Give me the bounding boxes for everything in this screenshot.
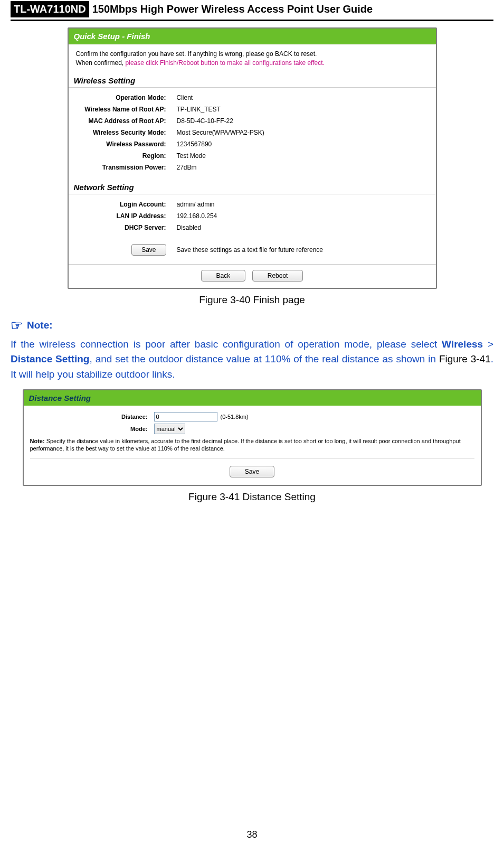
distance-save-row: Save <box>30 458 474 483</box>
confirm-highlight: please click Finish/Reboot button to mak… <box>126 59 325 67</box>
note-body: If the wireless connection is poor after… <box>11 337 493 382</box>
page-number: 38 <box>0 829 504 840</box>
pointing-hand-icon: ☞ <box>11 317 23 334</box>
mode-select[interactable]: manual <box>154 424 185 434</box>
note-label: Note: <box>27 320 53 331</box>
row-operation-mode: Operation Mode:Client <box>69 92 436 104</box>
row-security-mode: Wireless Security Mode:Most Secure(WPA/W… <box>69 127 436 138</box>
section-network-setting: Network Setting <box>69 180 436 194</box>
figure-caption-40: Figure 3-40 Finish page <box>11 294 493 306</box>
confirm-text-line2: When confirmed, please click Finish/Rebo… <box>76 59 429 68</box>
section-wireless-setting: Wireless Setting <box>69 73 436 88</box>
row-login-account: Login Account:admin/ admin <box>69 199 436 210</box>
figure-ref: Figure 3-41 <box>439 353 491 364</box>
panel-title-distance: Distance Setting <box>24 390 481 406</box>
distance-save-button[interactable]: Save <box>230 466 274 477</box>
reboot-button[interactable]: Reboot <box>252 270 303 282</box>
row-wireless-password: Wireless Password:1234567890 <box>69 138 436 150</box>
save-row: Save Save these settings as a text file … <box>69 240 436 264</box>
network-settings-table: Login Account:admin/ admin LAN IP Addres… <box>69 199 436 233</box>
back-button[interactable]: Back <box>201 270 246 282</box>
figure-distance-setting: Distance Setting Distance: (0-51.8km) Mo… <box>23 389 482 486</box>
row-mode: Mode: manual <box>30 423 474 435</box>
note-heading: ☞ Note: <box>11 317 493 334</box>
distance-content: Distance: (0-51.8km) Mode: manual Note: … <box>24 406 481 485</box>
row-region: Region:Test Mode <box>69 150 436 162</box>
save-hint: Save these settings as a text file for f… <box>177 246 323 254</box>
confirm-block: Confirm the configuration you have set. … <box>69 44 436 73</box>
row-tx-power: Transmission Power:27dBm <box>69 162 436 173</box>
row-lan-ip: LAN IP Address:192.168.0.254 <box>69 210 436 222</box>
row-wireless-name: Wireless Name of Root AP:TP-LINK_TEST <box>69 104 436 115</box>
wireless-settings-table: Operation Mode:Client Wireless Name of R… <box>69 92 436 173</box>
button-row: Back Reboot <box>69 264 436 288</box>
confirm-text-line1: Confirm the configuration you have set. … <box>76 50 429 59</box>
row-dhcp: DHCP Server:Disabled <box>69 222 436 233</box>
row-distance: Distance: (0-51.8km) <box>30 411 474 423</box>
doc-header: TL-WA7110ND 150Mbps High Power Wireless … <box>11 0 493 21</box>
figure-finish-page: Quick Setup - Finish Confirm the configu… <box>68 27 437 289</box>
distance-hint: (0-51.8km) <box>221 414 249 420</box>
row-mac-address: MAC Address of Root AP:D8-5D-4C-10-FF-22 <box>69 115 436 127</box>
distance-note: Note: Specify the distance value in kilo… <box>30 437 474 453</box>
distance-input[interactable] <box>154 412 217 421</box>
doc-title: 150Mbps High Power Wireless Access Point… <box>92 3 373 15</box>
save-button[interactable]: Save <box>131 244 166 256</box>
model-badge: TL-WA7110ND <box>11 1 89 17</box>
panel-title-quick-setup: Quick Setup - Finish <box>69 29 436 44</box>
figure-caption-41: Figure 3-41 Distance Setting <box>11 491 493 503</box>
